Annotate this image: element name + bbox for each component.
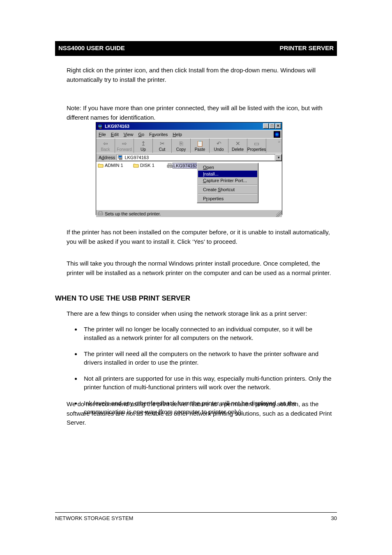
separator: [198, 185, 257, 185]
page-header-bar: NSS4000 USER GUIDE PRINTER SERVER: [55, 41, 337, 56]
paragraph: If the printer has not been installed on…: [67, 228, 338, 246]
close-button[interactable]: ✕: [275, 123, 281, 129]
status-bar: Sets up the selected printer.: [96, 210, 282, 217]
undo-button[interactable]: ↶ Undo: [210, 139, 228, 153]
folder-content: ADMIN 1 DISK 1 LKG974163_ Open Install..…: [96, 161, 282, 210]
address-bar: Address LKG974163 ▾: [96, 153, 282, 161]
svg-rect-9: [99, 211, 102, 213]
menu-install[interactable]: Install...: [198, 171, 257, 177]
menu-view[interactable]: View: [124, 132, 134, 137]
window-titlebar[interactable]: LKG974163 _ □ ✕: [96, 123, 282, 130]
cut-button[interactable]: ✂ Cut: [153, 139, 172, 153]
maximize-button[interactable]: □: [269, 123, 275, 129]
page-footer: NETWORK STORAGE SYSTEM 30: [55, 512, 337, 521]
toolbar-overflow-icon[interactable]: »: [278, 139, 280, 144]
up-button[interactable]: ↥ Up: [134, 139, 153, 153]
footer-page-number: 30: [331, 515, 337, 521]
status-text: Sets up the selected printer.: [105, 211, 161, 216]
svg-rect-10: [98, 213, 103, 215]
arrow-up-icon: ↥: [141, 140, 146, 147]
menu-properties[interactable]: Properties: [198, 195, 257, 202]
list-item[interactable]: ADMIN 1: [98, 163, 123, 168]
svg-rect-4: [119, 156, 122, 157]
toolbar: ⇦ Back ⇨ Forward ↥ Up ✂ Cut ⎘ Copy 📋 Pas…: [96, 138, 282, 153]
undo-icon: ↶: [217, 140, 221, 147]
scissors-icon: ✂: [160, 140, 165, 147]
explorer-window: LKG974163 _ □ ✕ File Edit View Go Favori…: [96, 122, 282, 215]
paragraph: We do not recommend using the print serv…: [67, 400, 338, 428]
address-dropdown-icon[interactable]: ▾: [275, 154, 282, 161]
folder-icon: [133, 163, 139, 168]
clipboard-icon: 📋: [196, 140, 203, 147]
computer-icon: [98, 124, 103, 129]
list-item[interactable]: DISK 1: [133, 163, 154, 168]
printer-icon: [167, 163, 173, 168]
folder-icon: [98, 163, 104, 168]
section-heading: WHEN TO USE THE USB PRINT SERVER: [55, 294, 190, 303]
arrow-left-icon: ⇦: [103, 140, 108, 147]
list-item-printer[interactable]: LKG974163_: [167, 163, 201, 169]
address-label: Address: [99, 155, 115, 160]
paragraph: This will take you through the normal Wi…: [67, 259, 338, 278]
menu-open[interactable]: Open: [198, 164, 257, 171]
address-field[interactable]: LKG974163: [117, 154, 275, 161]
header-left: NSS4000 USER GUIDE: [58, 44, 125, 51]
menu-favorites[interactable]: Favorites: [149, 132, 168, 137]
menu-bar: File Edit View Go Favorites Help: [96, 130, 282, 138]
paste-button[interactable]: 📋 Paste: [191, 139, 210, 153]
paragraph: There are a few things to consider when …: [67, 309, 338, 319]
copy-button[interactable]: ⎘ Copy: [172, 139, 191, 153]
svg-rect-6: [168, 164, 171, 165]
svg-rect-1: [99, 125, 101, 127]
footer-left: NETWORK STORAGE SYSTEM: [55, 515, 133, 521]
throbber-icon: [274, 131, 280, 138]
back-button[interactable]: ⇦ Back: [96, 139, 115, 153]
paragraph-note: Note: If you have more than one printer …: [67, 104, 338, 122]
window-title: LKG974163: [105, 124, 129, 129]
menu-help[interactable]: Help: [173, 132, 182, 137]
paragraph: Right click on the printer icon, and the…: [67, 66, 338, 84]
separator: [198, 194, 257, 194]
svg-rect-5: [119, 159, 122, 160]
resize-grip-icon[interactable]: [276, 211, 282, 217]
delete-button[interactable]: ✕ Delete: [228, 139, 247, 153]
svg-rect-2: [99, 128, 102, 129]
menu-go[interactable]: Go: [138, 132, 144, 137]
arrow-right-icon: ⇨: [122, 140, 127, 147]
computer-icon: [118, 155, 123, 160]
forward-button[interactable]: ⇨ Forward: [115, 139, 134, 153]
list-item: Not all printers are supported for use i…: [81, 374, 336, 391]
svg-rect-8: [168, 166, 171, 168]
menu-edit[interactable]: Edit: [111, 132, 119, 137]
header-right: PRINTER SERVER: [280, 44, 334, 51]
properties-icon: ▭: [254, 140, 259, 147]
list-item: The printer will no longer be locally co…: [81, 325, 336, 342]
minimize-button[interactable]: _: [263, 123, 269, 129]
context-menu: Open Install... Capture Printer Port... …: [197, 163, 258, 203]
address-value: LKG974163: [125, 155, 149, 160]
menu-capture-printer-port[interactable]: Capture Printer Port...: [198, 177, 257, 184]
printer-small-icon: [98, 211, 103, 217]
delete-icon: ✕: [235, 140, 240, 147]
list-item: The printer will need all the computers …: [81, 349, 336, 367]
menu-file[interactable]: File: [99, 132, 106, 137]
properties-button[interactable]: ▭ Properties: [247, 139, 266, 153]
menu-create-shortcut[interactable]: Create Shortcut: [198, 186, 257, 193]
copy-icon: ⎘: [180, 140, 183, 147]
